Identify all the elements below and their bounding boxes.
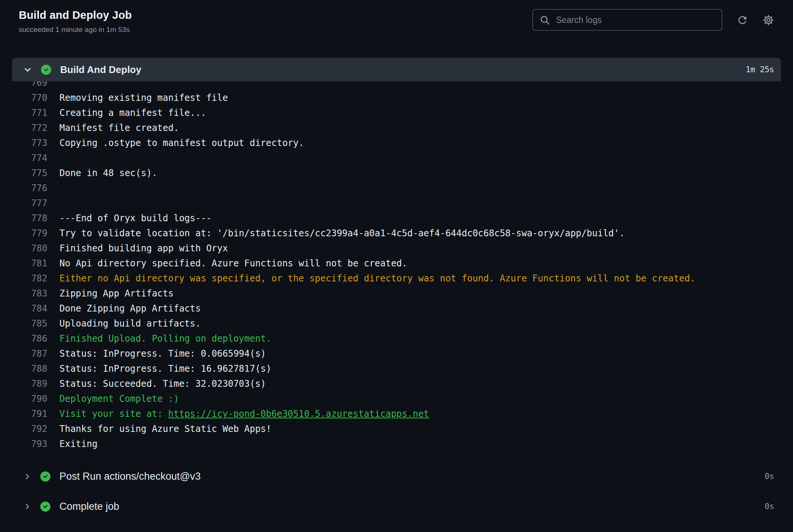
log-line-text: Deployment Complete :) — [59, 391, 179, 406]
log-line: 786Finished Upload. Polling on deploymen… — [12, 331, 781, 346]
actions-job-log-page: Build and Deploy Job succeeded 1 minute … — [0, 0, 793, 518]
step-duration: 0s — [765, 472, 774, 481]
check-circle-icon — [40, 471, 50, 482]
search-logs-input[interactable] — [555, 15, 715, 26]
chevron-right-icon — [23, 503, 31, 511]
log-line-text: Copying .ostype to manifest output direc… — [59, 135, 304, 150]
log-line-number[interactable]: 775 — [12, 166, 47, 181]
log-line: 777 — [12, 196, 781, 211]
check-circle-icon — [41, 65, 51, 75]
log-line-text: Status: InProgress. Time: 0.0665994(s) — [59, 346, 266, 361]
log-line-text: Finished building app with Oryx — [59, 241, 228, 256]
log-line: 784Done Zipping App Artifacts — [12, 301, 781, 316]
log-output[interactable]: 769770Removing existing manifest file771… — [12, 81, 781, 451]
log-line: 782Either no Api directory was specified… — [12, 271, 781, 286]
log-line-text: Zipping App Artifacts — [59, 286, 173, 301]
log-line-number[interactable]: 791 — [12, 406, 47, 421]
log-line-number[interactable]: 770 — [12, 90, 47, 105]
job-body: Build And Deploy 1m 25s 769770Removing e… — [12, 58, 781, 518]
log-line-number[interactable]: 769 — [12, 81, 47, 90]
chevron-down-icon — [23, 65, 32, 74]
step-duration: 0s — [765, 502, 774, 511]
log-line: 785Uploading build artifacts. — [12, 316, 781, 331]
log-line-text: Done Zipping App Artifacts — [59, 301, 201, 316]
log-line-text: Status: InProgress. Time: 16.9627817(s) — [59, 361, 272, 376]
log-line-number[interactable]: 790 — [12, 391, 47, 406]
refresh-logs-button[interactable] — [737, 14, 748, 26]
header-controls — [532, 9, 774, 31]
log-line: 772Manifest file created. — [12, 120, 781, 135]
step-name: Complete job — [59, 501, 119, 512]
deployment-site-link[interactable]: https://icy-pond-0b6e30510.5.azurestatic… — [168, 409, 429, 419]
log-line: 793Exiting — [12, 436, 781, 451]
log-line-number[interactable]: 772 — [12, 120, 47, 135]
log-line: 780Finished building app with Oryx — [12, 241, 781, 256]
log-line: 776 — [12, 181, 781, 196]
log-line-number[interactable]: 785 — [12, 316, 47, 331]
log-line: 778---End of Oryx build logs--- — [12, 211, 781, 226]
step-name: Post Run actions/checkout@v3 — [59, 471, 201, 482]
log-line-text: Visit your site at: https://icy-pond-0b6… — [59, 406, 429, 421]
job-header: Build and Deploy Job succeeded 1 minute … — [0, 0, 793, 58]
log-line-text: Status: Succeeded. Time: 32.0230703(s) — [59, 376, 266, 391]
log-line: 781No Api directory specified. Azure Fun… — [12, 256, 781, 271]
log-line-number[interactable]: 783 — [12, 286, 47, 301]
log-line: 787Status: InProgress. Time: 0.0665994(s… — [12, 346, 781, 361]
log-line: 770Removing existing manifest file — [12, 90, 781, 105]
log-line-number[interactable]: 788 — [12, 361, 47, 376]
gear-icon — [763, 14, 774, 26]
log-line-text: Done in 48 sec(s). — [59, 166, 157, 181]
log-line-number[interactable]: 779 — [12, 226, 47, 241]
search-logs-box[interactable] — [532, 9, 722, 31]
log-line-text: Removing existing manifest file — [59, 90, 228, 105]
log-line-number[interactable]: 781 — [12, 256, 47, 271]
step-name: Build And Deploy — [60, 64, 141, 76]
log-line: 769 — [12, 81, 781, 90]
step-row[interactable]: Post Run actions/checkout@v3 0s — [12, 465, 781, 488]
log-line-text: Either no Api directory was specified, o… — [59, 271, 696, 286]
log-line-number[interactable]: 784 — [12, 301, 47, 316]
search-icon — [540, 15, 550, 25]
log-line-number[interactable]: 774 — [12, 150, 47, 166]
job-title: Build and Deploy Job — [19, 9, 132, 21]
log-line-text: Uploading build artifacts. — [59, 316, 201, 331]
log-line-number[interactable]: 789 — [12, 376, 47, 391]
step-row[interactable]: Complete job 0s — [12, 495, 781, 518]
log-line-number[interactable]: 792 — [12, 421, 47, 436]
log-line-number[interactable]: 793 — [12, 436, 47, 451]
log-line-number[interactable]: 778 — [12, 211, 47, 226]
log-line: 783Zipping App Artifacts — [12, 286, 781, 301]
step-header-build-and-deploy[interactable]: Build And Deploy 1m 25s — [12, 58, 781, 81]
log-line-number[interactable]: 776 — [12, 181, 47, 196]
log-line-number[interactable]: 787 — [12, 346, 47, 361]
log-line-number[interactable]: 773 — [12, 135, 47, 150]
log-line-number[interactable]: 771 — [12, 105, 47, 120]
log-line: 791Visit your site at: https://icy-pond-… — [12, 406, 781, 421]
log-line-number[interactable]: 777 — [12, 196, 47, 211]
job-meta: Build and Deploy Job succeeded 1 minute … — [19, 9, 132, 34]
log-line-text: No Api directory specified. Azure Functi… — [59, 256, 407, 271]
log-line: 773Copying .ostype to manifest output di… — [12, 135, 781, 150]
log-line-text: Thanks for using Azure Static Web Apps! — [59, 421, 272, 436]
log-line: 775Done in 48 sec(s). — [12, 166, 781, 181]
log-line: 788Status: InProgress. Time: 16.9627817(… — [12, 361, 781, 376]
log-settings-button[interactable] — [763, 14, 774, 26]
chevron-right-icon — [23, 473, 31, 480]
log-lines: 769770Removing existing manifest file771… — [12, 81, 781, 451]
log-line: 789Status: Succeeded. Time: 32.0230703(s… — [12, 376, 781, 391]
log-line-number[interactable]: 780 — [12, 241, 47, 256]
log-line-text: Try to validate location at: '/bin/stati… — [59, 226, 625, 241]
log-line-number[interactable]: 786 — [12, 331, 47, 346]
check-circle-icon — [40, 502, 50, 512]
log-line: 790Deployment Complete :) — [12, 391, 781, 406]
refresh-icon — [737, 14, 748, 26]
log-line-text: Finished Upload. Polling on deployment. — [59, 331, 272, 346]
log-line-text: Manifest file created. — [59, 120, 179, 135]
log-line-text: Exiting — [59, 436, 97, 451]
log-line-text: Creating a manifest file... — [59, 105, 206, 120]
step-duration: 1m 25s — [746, 65, 774, 74]
log-line-text: ---End of Oryx build logs--- — [59, 211, 212, 226]
job-status-subtitle: succeeded 1 minute ago in 1m 53s — [19, 26, 132, 34]
log-line: 774 — [12, 150, 781, 166]
log-line-number[interactable]: 782 — [12, 271, 47, 286]
